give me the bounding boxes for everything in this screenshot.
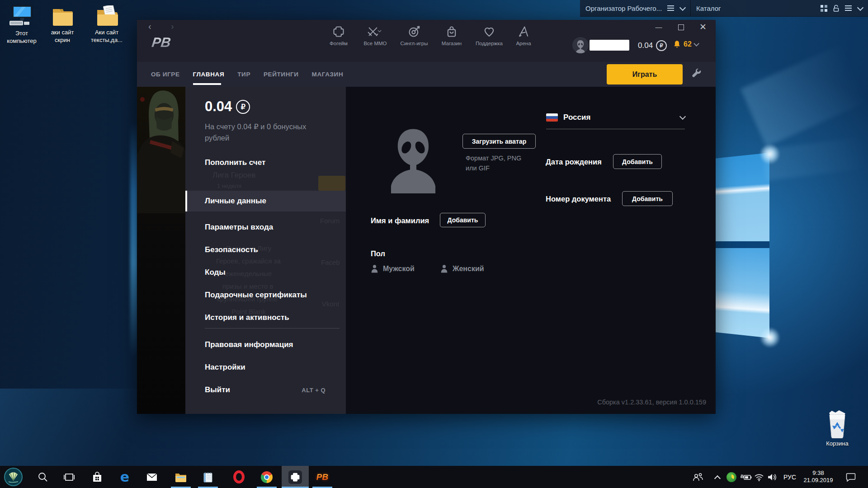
- chevron-down-icon[interactable]: [857, 4, 863, 10]
- desktop-icon-folder-screens[interactable]: аки сайт скрин: [42, 5, 82, 44]
- edge-icon[interactable]: e: [114, 466, 135, 488]
- desktop-icon-recycle-bin[interactable]: Корзина: [817, 410, 857, 447]
- action-center-icon[interactable]: [841, 466, 861, 488]
- person-icon: [371, 264, 378, 273]
- gender-female-option[interactable]: Женский: [440, 264, 484, 273]
- header-nav-all-mmo[interactable]: Все ММО: [354, 24, 396, 46]
- sidebar-item-settings[interactable]: Настройки: [185, 357, 346, 378]
- bell-icon: [673, 40, 681, 49]
- sidebar-item-login-options[interactable]: Параметры входа: [185, 217, 346, 238]
- gender-male-option[interactable]: Мужской: [371, 264, 415, 273]
- header-nav-label: Магазин: [431, 41, 472, 46]
- search-icon[interactable]: [33, 466, 53, 488]
- opera-icon[interactable]: [228, 466, 249, 488]
- birthdate-label: Дата рождения: [546, 158, 602, 166]
- close-button[interactable]: ✕: [699, 23, 707, 31]
- add-birthdate-button[interactable]: Добавить: [613, 154, 662, 169]
- notepad-icon[interactable]: [198, 466, 218, 488]
- header-nav-label: Сингл-игры: [393, 41, 435, 46]
- wifi-icon[interactable]: [752, 466, 766, 488]
- forward-arrow-icon[interactable]: ›: [171, 23, 174, 30]
- maximize-button[interactable]: [677, 23, 685, 31]
- avatar[interactable]: [572, 37, 589, 53]
- launcher-tabs-row: ОБ ИГРЕ ГЛАВНАЯ ТИР РЕЙТИНГИ МАГАЗИН Игр…: [137, 62, 716, 87]
- sidebar-item-security[interactable]: Безопасность: [185, 239, 346, 260]
- header-balance[interactable]: 0.04 ₽: [638, 40, 667, 51]
- launcher-header: ‹ › PB Фогейм Все ММО Сингл-игры Магазин: [137, 20, 716, 62]
- add-document-button[interactable]: Добавить: [622, 191, 673, 206]
- header-nav-single-games[interactable]: Сингл-игры: [393, 24, 435, 46]
- back-arrow-icon[interactable]: ‹: [148, 23, 151, 30]
- launcher-logo[interactable]: PB: [151, 35, 172, 50]
- start-button[interactable]: [3, 466, 24, 488]
- minimize-button[interactable]: —: [655, 23, 663, 31]
- header-nav-store[interactable]: Магазин: [431, 24, 472, 46]
- topup-link[interactable]: Пополнить счет: [205, 158, 265, 167]
- language-indicator[interactable]: РУС: [780, 466, 799, 488]
- tab-shop[interactable]: МАГАЗИН: [312, 62, 344, 87]
- file-explorer-icon[interactable]: [170, 466, 191, 488]
- tab-ratings[interactable]: РЕЙТИНГИ: [264, 62, 299, 87]
- clock[interactable]: 9:38 21.09.2019: [799, 469, 837, 484]
- tab-main[interactable]: ГЛАВНАЯ: [193, 62, 225, 87]
- gender-male-label: Мужской: [383, 265, 415, 273]
- people-icon[interactable]: [689, 466, 707, 488]
- volume-icon[interactable]: [765, 466, 779, 488]
- profile-sidebar: Лига Героев 1 неделя Попади в Лигу Герое…: [185, 87, 346, 414]
- fence-catalog[interactable]: Каталог: [690, 0, 868, 17]
- point-blank-icon[interactable]: PB: [312, 466, 333, 488]
- store-icon[interactable]: [87, 466, 108, 488]
- country-selector[interactable]: Россия: [546, 113, 685, 122]
- folder-documents-icon: [95, 5, 118, 27]
- menu-icon[interactable]: [667, 8, 674, 9]
- sidebar-item-codes[interactable]: Коды: [185, 262, 346, 283]
- sidebar-item-personal-data[interactable]: Личные данные: [185, 191, 346, 211]
- tab-shooting-range[interactable]: ТИР: [237, 62, 250, 87]
- menu-icon[interactable]: [845, 8, 852, 9]
- target-icon: [393, 24, 435, 39]
- notifications[interactable]: 62: [673, 40, 698, 49]
- add-name-button[interactable]: Добавить: [440, 213, 486, 227]
- game-center-icon[interactable]: [282, 466, 309, 488]
- antivirus-tray-icon[interactable]: [724, 466, 739, 488]
- time: 9:38: [799, 469, 837, 477]
- mail-icon[interactable]: [142, 466, 162, 488]
- grid-icon[interactable]: [821, 5, 827, 12]
- wrench-icon[interactable]: [690, 68, 702, 81]
- launcher-content: Лига Героев 1 неделя Попади в Лигу Герое…: [137, 87, 716, 414]
- desktop-icon-folder-texts[interactable]: Аки сайт тексты,да...: [87, 5, 127, 44]
- battery-icon[interactable]: [739, 466, 754, 488]
- play-button[interactable]: Играть: [607, 64, 683, 84]
- chrome-icon[interactable]: [256, 466, 277, 488]
- desktop-icon-this-pc[interactable]: Этот компьютер: [2, 5, 42, 45]
- icon-label: скрин: [42, 36, 82, 44]
- task-view-icon[interactable]: [59, 466, 80, 488]
- swords-icon: [354, 24, 396, 39]
- balance-note: На счету 0.04 ₽ и 0 бонусных рублей: [205, 121, 318, 144]
- avatar-large: [387, 127, 440, 193]
- sidebar-item-legal[interactable]: Правовая информация: [185, 334, 346, 355]
- balance-value: 0.04: [638, 41, 653, 50]
- tab-about[interactable]: ОБ ИГРЕ: [151, 62, 180, 87]
- wallpaper-corner-glow: [760, 327, 780, 348]
- tray-expand-icon[interactable]: [711, 466, 724, 488]
- date: 21.09.2019: [799, 477, 837, 484]
- header-nav-arena[interactable]: Арена: [503, 24, 544, 46]
- header-nav-fogame[interactable]: Фогейм: [318, 24, 359, 46]
- sidebar-item-gift-certificates[interactable]: Подарочные сертификаты: [185, 285, 346, 305]
- start-shell-icon: [4, 468, 23, 486]
- upload-avatar-button[interactable]: Загрузить аватар: [462, 134, 536, 149]
- country-name: Россия: [563, 113, 680, 122]
- recycle-bin-icon: [826, 410, 849, 438]
- header-nav-label: Фогейм: [318, 41, 359, 46]
- notification-count: 62: [684, 40, 692, 48]
- sidebar-item-history[interactable]: История и активность: [185, 307, 346, 328]
- fence-organizer[interactable]: Организатор Рабочего...: [580, 0, 690, 17]
- game-launcher-window: ‹ › PB Фогейм Все ММО Сингл-игры Магазин: [137, 20, 716, 414]
- russia-flag-icon: [546, 113, 558, 122]
- character-art: [137, 87, 185, 414]
- lock-icon[interactable]: [833, 5, 839, 12]
- sidebar-item-logout[interactable]: Выйти ALT + Q: [185, 380, 346, 400]
- taskbar: e PB: [0, 466, 868, 488]
- chevron-down-icon[interactable]: [679, 4, 686, 10]
